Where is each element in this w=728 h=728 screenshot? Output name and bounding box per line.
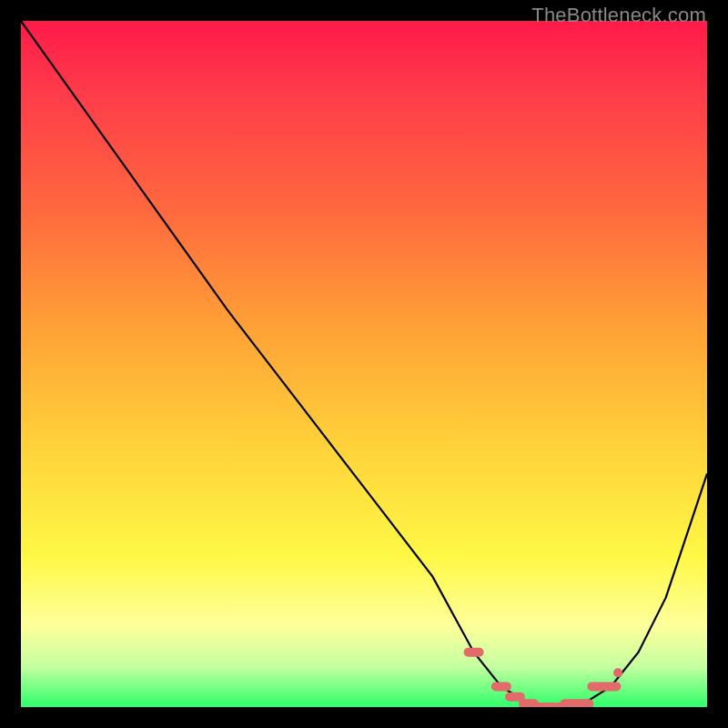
plot-gradient-background [21,21,707,707]
chart-frame: TheBottleneck.com [0,0,728,728]
watermark-text: TheBottleneck.com [531,4,706,27]
